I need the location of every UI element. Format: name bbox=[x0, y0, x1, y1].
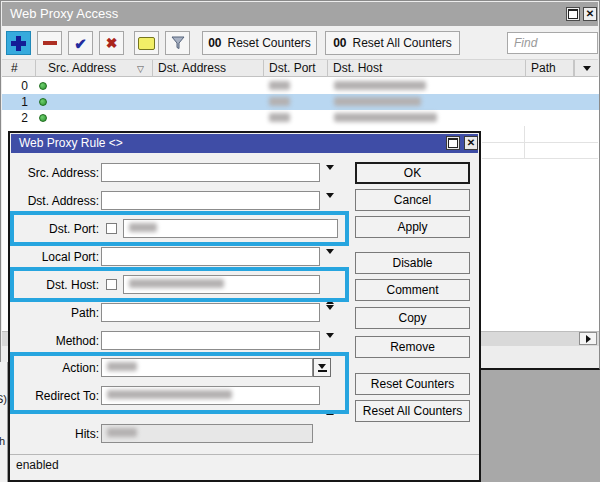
column-header-label: Path bbox=[531, 61, 556, 75]
table-row[interactable]: 0 bbox=[2, 78, 599, 94]
dst-address-label: Dst. Address: bbox=[10, 194, 99, 208]
chevron-down-icon[interactable] bbox=[326, 170, 334, 188]
redacted-dst-host bbox=[334, 97, 421, 106]
dst-port-checkbox[interactable] bbox=[106, 223, 117, 234]
column-header-label: Dst. Address bbox=[158, 61, 226, 75]
add-button[interactable] bbox=[6, 31, 31, 55]
comment-note-icon bbox=[138, 37, 155, 50]
reset-all-counters-button[interactable]: Reset All Counters bbox=[355, 400, 470, 422]
redacted-dst-host bbox=[334, 81, 426, 90]
redacted-dst-port bbox=[269, 97, 290, 106]
maximize-button[interactable] bbox=[566, 7, 580, 21]
column-header-label: Dst. Host bbox=[333, 61, 382, 75]
reset-counters-label: Reset Counters bbox=[227, 36, 310, 50]
plus-icon bbox=[11, 36, 26, 51]
path-input[interactable] bbox=[101, 303, 320, 322]
sort-icon: ▽ bbox=[137, 61, 144, 77]
redirect-to-input[interactable] bbox=[101, 386, 320, 405]
action-dropdown-button[interactable] bbox=[313, 358, 331, 377]
screen: S) th Web Proxy Access ✕ ✔ ✖ bbox=[0, 0, 600, 482]
column-options-dropdown[interactable] bbox=[574, 60, 598, 77]
filter-button[interactable] bbox=[165, 31, 190, 55]
dialog-maximize-button[interactable] bbox=[446, 136, 460, 150]
column-header-dst-host[interactable]: Dst. Host bbox=[328, 60, 526, 77]
cancel-button[interactable]: Cancel bbox=[355, 189, 470, 211]
dst-address-input[interactable] bbox=[101, 191, 320, 210]
dst-port-input[interactable] bbox=[123, 219, 338, 238]
redacted-value bbox=[107, 390, 232, 399]
ok-button[interactable]: OK bbox=[355, 162, 470, 184]
dropdown-icon-bar bbox=[318, 370, 327, 372]
titlebar[interactable]: Web Proxy Access ✕ bbox=[2, 2, 598, 26]
redacted-value bbox=[129, 223, 157, 232]
src-address-label: Src. Address: bbox=[10, 166, 99, 180]
disable-button[interactable]: Disable bbox=[355, 252, 470, 274]
comment-button[interactable] bbox=[134, 31, 159, 55]
local-port-input[interactable] bbox=[101, 247, 320, 266]
table-row-selected[interactable]: 1 bbox=[2, 94, 599, 110]
statusbar-divider bbox=[10, 454, 479, 455]
reset-all-counters-label: Reset All Counters bbox=[352, 36, 451, 50]
enabled-dot-icon bbox=[39, 82, 47, 90]
grid-line bbox=[482, 158, 598, 159]
chevron-up-icon[interactable] bbox=[326, 282, 334, 300]
dst-host-input[interactable] bbox=[123, 275, 320, 294]
dst-host-label: Dst. Host: bbox=[10, 278, 99, 292]
apply-button[interactable]: Apply bbox=[355, 216, 470, 238]
window-title: Web Proxy Access bbox=[10, 6, 118, 21]
chevron-down-icon[interactable] bbox=[326, 338, 334, 356]
redacted-value bbox=[107, 362, 137, 371]
method-input[interactable] bbox=[101, 331, 320, 350]
table-row[interactable]: 2 bbox=[2, 110, 599, 126]
chevron-down-icon[interactable] bbox=[326, 198, 334, 216]
remove-button[interactable]: Remove bbox=[355, 336, 470, 358]
column-header-index[interactable]: # bbox=[2, 60, 36, 77]
check-icon: ✔ bbox=[74, 36, 87, 51]
close-icon: ✕ bbox=[586, 9, 594, 19]
find-input[interactable] bbox=[507, 32, 598, 54]
toolbar: ✔ ✖ 00 Reset Counters 00 Reset All Count… bbox=[2, 26, 598, 60]
action-label: Action: bbox=[10, 361, 99, 375]
redacted-dst-host bbox=[334, 113, 437, 122]
column-header-label: # bbox=[11, 61, 18, 75]
dialog-close-button[interactable]: ✕ bbox=[464, 136, 478, 150]
column-header-label: Dst. Port bbox=[269, 61, 316, 75]
comment-button[interactable]: Comment bbox=[355, 279, 470, 301]
close-icon: ✕ bbox=[467, 138, 475, 148]
chevron-down-icon[interactable] bbox=[326, 254, 334, 272]
chevron-up-icon[interactable] bbox=[326, 393, 334, 411]
funnel-icon bbox=[170, 35, 186, 51]
dialog-title: Web Proxy Rule <> bbox=[19, 136, 123, 150]
reset-all-counters-button[interactable]: 00 Reset All Counters bbox=[325, 31, 460, 55]
background-text-fragment: S) bbox=[0, 393, 7, 405]
chevron-down-icon[interactable] bbox=[326, 310, 334, 328]
remove-button[interactable] bbox=[37, 31, 62, 55]
maximize-icon bbox=[568, 9, 578, 19]
disable-button[interactable]: ✖ bbox=[99, 31, 124, 55]
column-header-path[interactable]: Path bbox=[526, 60, 574, 77]
reset-counters-button[interactable]: 00 Reset Counters bbox=[202, 31, 317, 55]
src-address-input[interactable] bbox=[101, 163, 320, 182]
redacted-dst-port bbox=[269, 81, 290, 90]
column-header-dst-address[interactable]: Dst. Address bbox=[153, 60, 264, 77]
scroll-right-button[interactable] bbox=[579, 332, 597, 345]
dialog-titlebar[interactable]: Web Proxy Rule <> ✕ bbox=[11, 134, 478, 153]
cross-icon: ✖ bbox=[106, 36, 118, 50]
row-index: 2 bbox=[2, 111, 28, 125]
column-header-src-address[interactable]: Src. Address ▽ bbox=[36, 60, 153, 77]
web-proxy-rule-dialog: Web Proxy Rule <> ✕ Src. Address: Dst. A… bbox=[8, 131, 481, 482]
reset-counters-button[interactable]: Reset Counters bbox=[355, 373, 470, 395]
dropdown-icon bbox=[318, 364, 326, 369]
copy-button[interactable]: Copy bbox=[355, 307, 470, 329]
enable-button[interactable]: ✔ bbox=[68, 31, 93, 55]
row-index: 1 bbox=[2, 95, 28, 109]
enabled-dot-icon bbox=[39, 98, 47, 106]
dst-host-checkbox[interactable] bbox=[106, 279, 117, 290]
path-label: Path: bbox=[10, 306, 99, 320]
action-input[interactable] bbox=[101, 358, 313, 377]
method-label: Method: bbox=[10, 334, 99, 348]
hits-value-field bbox=[101, 424, 313, 443]
column-header-dst-port[interactable]: Dst. Port bbox=[264, 60, 328, 77]
counters-icon: 00 bbox=[208, 36, 221, 50]
close-button[interactable]: ✕ bbox=[583, 7, 597, 21]
